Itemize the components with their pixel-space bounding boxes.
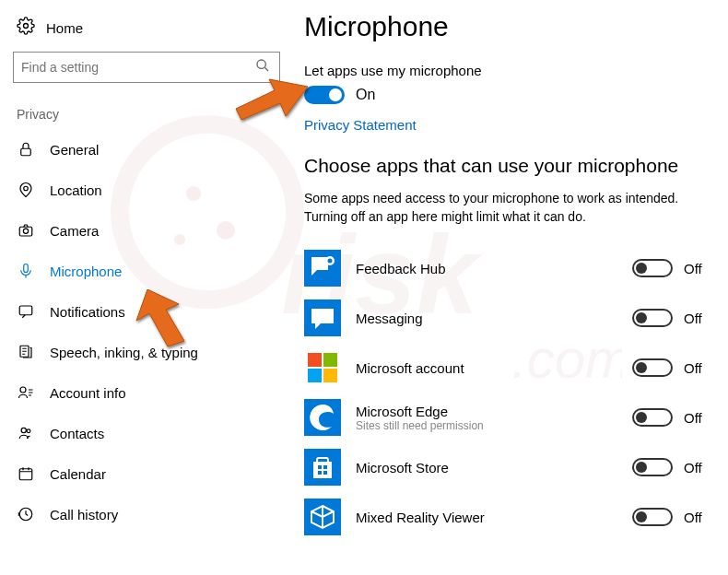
- app-toggle[interactable]: [632, 408, 673, 427]
- svg-rect-20: [308, 369, 322, 382]
- sidebar-item-notifications[interactable]: Notifications: [13, 291, 286, 332]
- app-row-microsoft-store: Microsoft Store Off: [304, 443, 711, 491]
- app-toggle-label: Off: [684, 261, 711, 276]
- svg-point-9: [20, 387, 26, 393]
- sidebar-item-label: Contacts: [50, 426, 104, 441]
- account-icon: [17, 383, 35, 402]
- messaging-icon: [304, 299, 341, 336]
- app-row-microsoft-edge: Microsoft EdgeSites still need permissio…: [304, 393, 711, 441]
- store-icon: [304, 449, 341, 486]
- contacts-icon: [17, 424, 35, 442]
- gear-icon: [17, 17, 35, 39]
- svg-rect-6: [24, 264, 29, 273]
- history-icon: [17, 505, 35, 523]
- app-toggle-label: Off: [684, 510, 711, 525]
- app-toggle[interactable]: [632, 358, 673, 377]
- app-row-messaging: Messaging Off: [304, 294, 711, 342]
- home-label: Home: [46, 20, 83, 36]
- calendar-icon: [17, 464, 35, 483]
- app-name: Microsoft Store: [356, 460, 632, 475]
- sidebar-item-label: Microphone: [50, 264, 122, 279]
- toggle-on-label: On: [356, 87, 375, 103]
- app-row-feedback-hub: Feedback Hub Off: [304, 244, 711, 292]
- svg-rect-21: [323, 369, 337, 382]
- home-button[interactable]: Home: [13, 11, 286, 52]
- sidebar-item-account[interactable]: Account info: [13, 372, 286, 413]
- sidebar-item-microphone[interactable]: Microphone: [13, 251, 286, 291]
- svg-rect-18: [308, 353, 322, 367]
- app-name: Mixed Reality Viewer: [356, 510, 632, 525]
- app-toggle[interactable]: [632, 508, 673, 526]
- sidebar-item-speech[interactable]: Speech, inking, & typing: [13, 332, 286, 372]
- app-name: Microsoft Edge: [356, 404, 632, 419]
- svg-point-11: [27, 429, 30, 433]
- sidebar-item-label: Speech, inking, & typing: [50, 345, 198, 360]
- app-toggle-label: Off: [684, 311, 711, 326]
- sidebar-item-general[interactable]: General: [13, 129, 286, 170]
- app-toggle-label: Off: [684, 360, 711, 376]
- allow-apps-toggle[interactable]: [304, 86, 345, 104]
- svg-point-16: [328, 259, 333, 264]
- app-row-microsoft-account: Microsoft account Off: [304, 344, 711, 392]
- page-title: Microphone: [304, 11, 711, 42]
- microphone-icon: [17, 262, 35, 280]
- search-field[interactable]: [21, 60, 255, 75]
- sidebar-item-location[interactable]: Location: [13, 170, 286, 210]
- app-toggle[interactable]: [632, 309, 673, 327]
- app-toggle[interactable]: [632, 458, 673, 476]
- sidebar-item-label: General: [50, 142, 99, 158]
- svg-rect-7: [19, 306, 32, 315]
- sidebar-item-calendar[interactable]: Calendar: [13, 453, 286, 494]
- svg-point-0: [24, 24, 29, 29]
- app-toggle-label: Off: [684, 460, 711, 475]
- svg-rect-12: [19, 469, 32, 480]
- notifications-icon: [17, 302, 35, 321]
- app-sub: Sites still need permission: [356, 419, 632, 432]
- sidebar-item-label: Call history: [50, 507, 118, 522]
- app-toggle[interactable]: [632, 259, 673, 277]
- feedback-hub-icon: [304, 250, 341, 287]
- app-row-mixed-reality: Mixed Reality Viewer Off: [304, 493, 711, 541]
- choose-apps-desc: Some apps need access to your microphone…: [304, 190, 711, 226]
- search-input[interactable]: [13, 52, 280, 83]
- svg-rect-25: [318, 465, 322, 469]
- choose-apps-heading: Choose apps that can use your microphone: [304, 155, 711, 177]
- allow-apps-label: Let apps use my microphone: [304, 63, 711, 78]
- edge-icon: [304, 399, 341, 436]
- sidebar-item-label: Calendar: [50, 466, 106, 482]
- app-name: Feedback Hub: [356, 261, 632, 276]
- svg-rect-27: [318, 471, 322, 475]
- microsoft-account-icon: [304, 349, 341, 386]
- svg-rect-19: [323, 353, 337, 367]
- app-name: Microsoft account: [356, 360, 632, 376]
- camera-icon: [17, 221, 35, 240]
- speech-icon: [17, 343, 35, 361]
- app-name: Messaging: [356, 311, 632, 326]
- svg-point-3: [24, 186, 29, 191]
- svg-rect-26: [323, 465, 327, 469]
- lock-icon: [17, 140, 35, 158]
- sidebar-section-privacy: Privacy: [17, 107, 286, 122]
- sidebar-item-label: Notifications: [50, 304, 125, 320]
- sidebar-item-label: Location: [50, 182, 102, 198]
- svg-point-10: [21, 428, 26, 432]
- sidebar-item-callhistory[interactable]: Call history: [13, 494, 286, 534]
- sidebar-item-camera[interactable]: Camera: [13, 210, 286, 251]
- svg-point-1: [257, 60, 265, 68]
- svg-point-5: [23, 229, 28, 233]
- privacy-statement-link[interactable]: Privacy Statement: [304, 117, 417, 133]
- sidebar-item-label: Camera: [50, 223, 99, 239]
- location-icon: [17, 181, 35, 199]
- search-icon: [255, 58, 270, 76]
- svg-rect-28: [323, 471, 327, 475]
- sidebar-item-label: Account info: [50, 385, 126, 401]
- sidebar-item-contacts[interactable]: Contacts: [13, 413, 286, 453]
- app-toggle-label: Off: [684, 410, 711, 426]
- mixed-reality-icon: [304, 499, 341, 535]
- svg-rect-2: [21, 148, 31, 156]
